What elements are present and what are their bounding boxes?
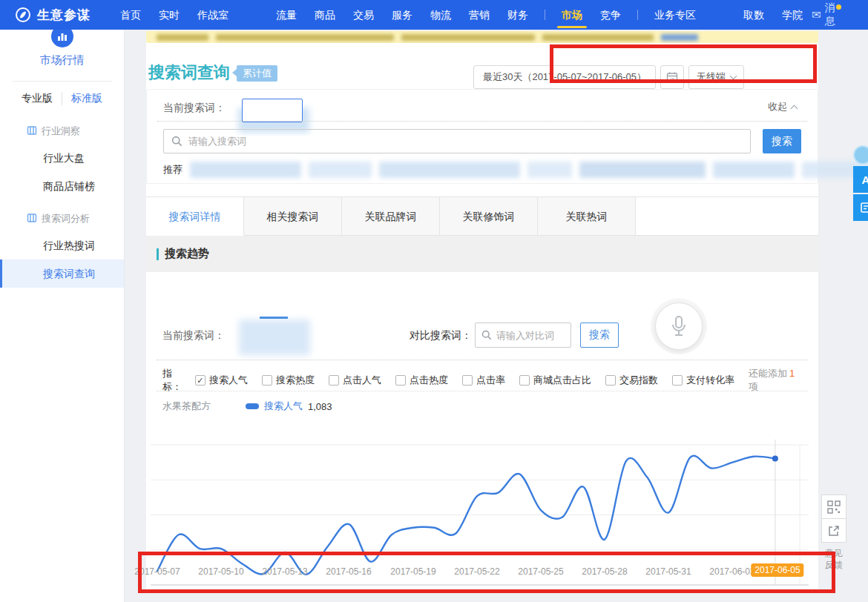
metric-checkbox-点击率[interactable]: 点击率 [462, 374, 505, 387]
calendar-icon[interactable]: 15 [660, 65, 684, 89]
sidebar-item-搜索词查询[interactable]: 搜索词查询 [0, 259, 124, 288]
metric-checkbox-商城点击占比[interactable]: 商城点击占比 [519, 374, 591, 387]
nav-item-营销[interactable]: 营销 [460, 0, 499, 30]
envelope-icon: ✉ [812, 8, 821, 22]
compare-search-input[interactable] [496, 330, 563, 341]
chevron-down-icon [730, 73, 737, 80]
nav-item-作战室[interactable]: 作战室 [188, 0, 237, 30]
nav-item-首页[interactable]: 首页 [111, 0, 150, 30]
metric-checkbox-支付转化率[interactable]: 支付转化率 [672, 374, 734, 387]
device-selector-value: 无线端 [697, 66, 726, 88]
nav-item-取数[interactable]: 取数 [734, 0, 773, 30]
metric-checkbox-搜索热度[interactable]: 搜索热度 [262, 374, 315, 387]
nav-item-交易[interactable]: 交易 [344, 0, 383, 30]
feedback-link[interactable]: 意见 反馈 [821, 547, 846, 571]
notice-banner[interactable] [146, 31, 818, 43]
sidebar-item-商品店铺榜[interactable]: 商品店铺榜 [0, 172, 124, 200]
version-专业版[interactable]: 专业版 [13, 92, 62, 105]
recommend-redacted[interactable] [379, 162, 520, 178]
microphone-icon [669, 315, 688, 337]
collapse-label: 收起 [768, 100, 787, 113]
checkbox-checked-icon[interactable]: ✓ [195, 375, 206, 386]
checkbox-unchecked-icon[interactable] [262, 375, 272, 386]
collapse-toggle[interactable]: 收起 [768, 100, 797, 113]
recommend-redacted[interactable] [527, 162, 572, 178]
date-range-selector[interactable]: 最近30天（2017-05-07~2017-06-05） [473, 65, 656, 89]
legend-series-value: 1,083 [308, 401, 332, 412]
nav-item-实时[interactable]: 实时 [150, 0, 188, 30]
add-more-hint: 还能添加1项 [749, 367, 802, 394]
metric-checkbox-搜索人气[interactable]: ✓搜索人气 [195, 374, 248, 387]
nav-item-服务[interactable]: 服务 [383, 0, 421, 30]
assistant-mascot-icon[interactable] [853, 145, 868, 165]
divider [157, 121, 807, 122]
metric-checkbox-点击热度[interactable]: 点击热度 [395, 374, 448, 387]
metric-checkbox-交易指数[interactable]: 交易指数 [605, 374, 658, 387]
x-tick-label: 2017-05-10 [198, 566, 243, 577]
metric-checkbox-点击人气[interactable]: 点击人气 [329, 374, 381, 387]
nav-item-流量[interactable]: 流量 [267, 0, 306, 30]
tab-搜索词详情[interactable]: 搜索词详情 [146, 196, 244, 236]
voice-input-button[interactable] [655, 302, 703, 350]
nav-item-竞争[interactable]: 竞争 [591, 0, 630, 30]
compare-search-button[interactable]: 搜索 [580, 322, 619, 348]
keyword-search-input[interactable] [188, 136, 743, 147]
checkbox-unchecked-icon[interactable] [672, 375, 683, 386]
nav-item-学院[interactable]: 学院 [773, 0, 812, 30]
assistant-button[interactable]: A [853, 166, 868, 193]
tab-关联修饰词[interactable]: 关联修饰词 [440, 196, 538, 236]
keyword-tab-indicator [260, 317, 288, 319]
search-icon [171, 136, 183, 147]
nav-divider [637, 10, 638, 20]
active-underline [557, 26, 587, 28]
recommend-redacted[interactable] [309, 162, 372, 178]
checkbox-unchecked-icon[interactable] [329, 375, 339, 386]
trend-section-title: 搜索趋势 [165, 247, 209, 261]
x-tick-label: 2017-05-25 [518, 566, 563, 577]
nav-item-业务专区[interactable]: 业务专区 [645, 0, 705, 30]
sidebar-item-行业热搜词[interactable]: 行业热搜词 [0, 231, 124, 259]
checkbox-unchecked-icon[interactable] [519, 375, 530, 386]
recommend-redacted[interactable] [190, 162, 301, 178]
sidebar-group-label: 搜索词分析 [42, 212, 90, 225]
checkbox-unchecked-icon[interactable] [395, 375, 406, 386]
tab-关联热词[interactable]: 关联热词 [538, 196, 636, 236]
version-标准版[interactable]: 标准版 [62, 92, 111, 105]
recommend-redacted[interactable] [713, 162, 795, 178]
checkbox-unchecked-icon[interactable] [605, 375, 616, 386]
share-icon[interactable] [821, 518, 846, 543]
divider [157, 360, 808, 360]
metric-label: 支付转化率 [686, 374, 734, 387]
add-more-count: 1 [787, 368, 797, 379]
checkbox-unchecked-icon[interactable] [462, 375, 473, 386]
notice-link-redacted[interactable] [661, 34, 698, 41]
legend-series-name[interactable]: 搜索人气 [264, 400, 303, 413]
metric-label: 搜索热度 [276, 374, 315, 387]
tab-关联品牌词[interactable]: 关联品牌词 [342, 196, 440, 236]
nav-item-商品[interactable]: 商品 [306, 0, 344, 30]
nav-item-财务[interactable]: 财务 [499, 0, 537, 30]
nav-item-物流[interactable]: 物流 [421, 0, 460, 30]
sidebar-module-title[interactable]: 市场行情 [0, 53, 124, 67]
tab-相关搜索词[interactable]: 相关搜索词 [244, 196, 342, 236]
sidebar-item-行业大盘[interactable]: 行业大盘 [0, 144, 124, 172]
sidebar-group-label: 行业洞察 [42, 125, 80, 138]
x-tick-label: 2017-05-31 [645, 566, 691, 577]
trend-line-chart[interactable] [146, 435, 818, 554]
recommend-redacted[interactable] [579, 162, 706, 178]
search-button[interactable]: 搜索 [763, 129, 801, 153]
version-switch: 专业版标准版 [0, 82, 124, 113]
current-keyword-tag[interactable] [242, 99, 303, 122]
page-title: 搜索词查询 [148, 62, 230, 84]
device-selector[interactable]: 无线端 [688, 65, 744, 89]
legend-swatch[interactable] [246, 403, 259, 409]
x-tick-label: 2017-05-07 [134, 566, 180, 577]
assistant-panel-icon[interactable] [853, 194, 868, 221]
brand[interactable]: 生意参谋 [0, 7, 111, 24]
qr-code-icon[interactable] [821, 494, 846, 519]
keyword-search-field [163, 129, 751, 153]
search-card: 当前搜索词： 收起 搜索 推荐 [146, 89, 818, 184]
nav-message[interactable]: ✉ 消息 [812, 1, 835, 28]
assistant-widget: A [853, 145, 868, 221]
nav-item-市场[interactable]: 市场 [553, 0, 591, 30]
